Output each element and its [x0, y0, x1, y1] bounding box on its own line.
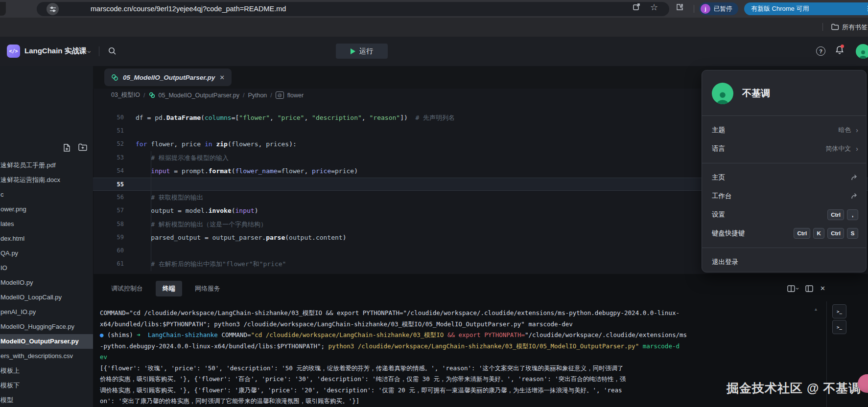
file-item[interactable]: ers_with_descriptions.csv — [0, 349, 93, 363]
run-button[interactable]: 运行 — [336, 44, 388, 59]
file-item[interactable]: ModelIO.py — [0, 275, 93, 290]
terminal-session-icon[interactable]: >_ — [832, 320, 846, 334]
file-item[interactable]: 模板上 — [0, 363, 93, 378]
all-bookmarks-button[interactable]: 所有书签 — [842, 23, 868, 32]
run-label: 运行 — [359, 47, 373, 56]
shortcut-key: K — [813, 228, 824, 239]
panel-tab[interactable]: 调试控制台 — [111, 284, 143, 293]
new-file-icon[interactable] — [63, 143, 71, 152]
menu-item[interactable]: 退出登录 — [702, 253, 866, 271]
file-explorer: 速鲜花员工手册.pdf速鲜花运营指南.docxcower.pnglatesdex… — [0, 66, 93, 407]
site-settings-icon[interactable] — [47, 3, 59, 15]
browser-menu-icon[interactable]: ⋮ — [865, 4, 868, 12]
file-item[interactable]: ModelIO_HuggingFace.py — [0, 319, 93, 334]
user-avatar[interactable] — [856, 44, 868, 59]
editor-tab-active[interactable]: 05_ModelIO_OutputParser.py ✕ — [104, 68, 232, 86]
terminal-line: COMMAND="cd /cloudide/workspace/LangChai… — [100, 308, 687, 319]
file-item[interactable]: 速鲜花员工手册.pdf — [0, 158, 93, 173]
notifications-bell-icon[interactable] — [835, 45, 844, 55]
chrome-update-chip[interactable]: 有新版 Chrome 可用 ⋮ — [744, 2, 868, 15]
breadcrumb-folder[interactable]: 03_模型IO — [111, 91, 140, 99]
panel-tab[interactable]: 网络服务 — [195, 284, 220, 293]
file-item[interactable]: ower.png — [0, 202, 93, 217]
file-item[interactable]: ModelIO_LoopCall.py — [0, 290, 93, 305]
external-link-icon — [851, 193, 858, 200]
project-title[interactable]: LangChain 实战课 — [24, 46, 87, 56]
panel-tab[interactable]: 终端 — [156, 281, 182, 296]
terminal-output[interactable]: COMMAND="cd /cloudide/workspace/LangChai… — [100, 308, 687, 407]
maximize-panel-icon[interactable] — [805, 285, 813, 292]
file-item[interactable]: 速鲜花运营指南.docx — [0, 173, 93, 187]
menu-item[interactable]: 设置Ctrl, — [702, 205, 866, 224]
ide-header — [0, 37, 868, 67]
project-chevron-icon[interactable]: › — [86, 51, 94, 53]
menu-item-label: 工作台 — [712, 192, 732, 201]
user-menu-popup: 不基调 主题暗色›语言简体中文›主页工作台设置Ctrl,键盘快捷键CtrlKCt… — [702, 70, 867, 272]
marscode-logo-icon[interactable]: </> — [7, 45, 20, 58]
menu-item[interactable]: 语言简体中文› — [702, 139, 866, 158]
breadcrumb-symbol[interactable]: flower — [287, 92, 304, 99]
python-file-icon — [111, 74, 118, 81]
user-name: 不基调 — [742, 87, 770, 100]
menu-item[interactable]: 键盘快捷键CtrlKCtrlS — [702, 224, 866, 243]
terminal-session-icon[interactable]: >_ — [832, 304, 846, 318]
breadcrumb-language[interactable]: Python — [248, 92, 267, 99]
menu-item-value: 暗色 — [838, 126, 851, 135]
toolbar-divider — [694, 5, 694, 13]
address-bar[interactable]: marscode.cn/course/9erl12yejee4qj?code_p… — [37, 2, 669, 16]
menu-item[interactable]: 工作台 — [702, 187, 866, 205]
tab-close-icon[interactable]: ✕ — [219, 74, 225, 81]
menu-item-value: 简体中文 — [825, 144, 851, 153]
file-item[interactable]: QA.py — [0, 246, 93, 261]
header-divider — [99, 46, 99, 56]
profile-paused-chip[interactable]: j 已暂停 — [699, 2, 738, 15]
menu-item-label: 设置 — [712, 210, 725, 219]
new-folder-icon[interactable] — [78, 143, 88, 152]
file-item[interactable]: c — [0, 187, 93, 202]
watermark: 掘金技术社区 @ 不基调 — [727, 380, 861, 396]
file-item[interactable]: ModelIO_OutputParser.py — [0, 334, 93, 349]
terminal-line: ev — [100, 352, 687, 363]
help-icon[interactable]: ? — [816, 46, 825, 56]
external-link-icon — [851, 174, 858, 181]
shortcut-key: Ctrl — [827, 228, 844, 239]
url-text[interactable]: marscode.cn/course/9erl12yejee4qj?code_p… — [91, 2, 286, 16]
browser-toolbar: marscode.cn/course/9erl12yejee4qj?code_p… — [0, 0, 868, 18]
tab-filename: 05_ModelIO_OutputParser.py — [123, 74, 215, 81]
file-item[interactable]: penAI_IO.py — [0, 305, 93, 319]
search-icon[interactable] — [108, 46, 117, 55]
notification-badge — [841, 45, 844, 48]
indent-guide — [151, 151, 151, 271]
file-item[interactable]: IO — [0, 261, 93, 275]
terminal-line: on': '突出了康乃馨的价格实惠，同时强调了它能带来的温馨和浪漫氛围，吸引顾客… — [100, 396, 687, 407]
extensions-puzzle-icon[interactable] — [676, 3, 684, 11]
bookmarks-bar: 所有书签 — [0, 18, 868, 37]
bookmark-star-icon[interactable]: ☆ — [650, 2, 658, 13]
breadcrumb-file[interactable]: 05_ModelIO_OutputParser.py — [159, 92, 239, 99]
file-item[interactable]: lates — [0, 217, 93, 231]
marscode-ide-screen: marscode.cn/course/9erl12yejee4qj?code_p… — [0, 0, 868, 407]
terminal-line: 调价格实惠，吸引顾客购买。'}, {'flower': '康乃馨', 'pric… — [100, 385, 687, 396]
tab-strip-sliver — [0, 2, 6, 16]
bookmarks-divider — [822, 23, 823, 31]
file-list: 速鲜花员工手册.pdf速鲜花运营指南.docxcower.pnglatesdex… — [0, 158, 93, 407]
file-item[interactable]: 模型 — [0, 393, 93, 407]
panel-tabs: 调试控制台终端网络服务 — [111, 281, 220, 296]
scroll-up-icon[interactable]: ▴ — [815, 306, 817, 312]
paused-label: 已暂停 — [714, 5, 732, 13]
menu-item[interactable]: 主题暗色› — [702, 121, 866, 139]
terminal-line: 价格的实惠，吸引顾客购买。'}, {'flower': '百合', 'price… — [100, 374, 687, 385]
shortcut-key: Ctrl — [827, 209, 844, 220]
profile-avatar: j — [701, 4, 710, 14]
close-panel-icon[interactable]: ✕ — [820, 285, 825, 292]
menu-item[interactable]: 主页 — [702, 168, 866, 187]
python-file-icon — [149, 92, 155, 98]
file-item[interactable]: dex.html — [0, 231, 93, 246]
terminal-line: -python.debugpy-2024.0.0-linux-x64/bundl… — [100, 341, 687, 352]
menu-item-label: 语言 — [712, 144, 725, 153]
open-in-new-icon[interactable] — [633, 3, 640, 11]
file-item[interactable]: 模板下 — [0, 378, 93, 393]
chevron-right-icon: › — [856, 126, 858, 134]
split-terminal-icon[interactable]: › — [787, 285, 798, 292]
chevron-right-icon: › — [856, 145, 858, 153]
